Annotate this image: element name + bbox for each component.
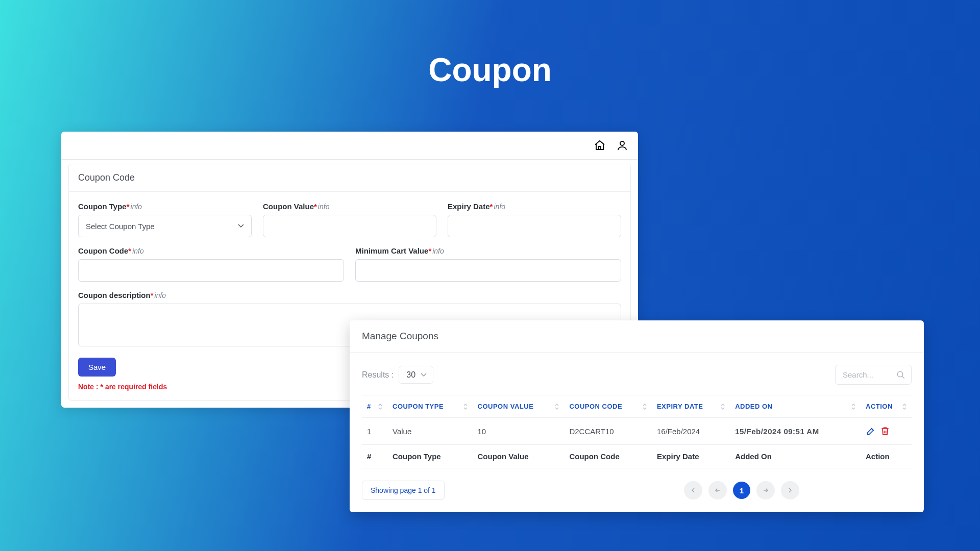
page-indicator: Showing page 1 of 1 bbox=[362, 481, 445, 500]
manage-coupons-window: Manage Coupons Results : 30 # bbox=[350, 320, 924, 512]
save-button[interactable]: Save bbox=[78, 358, 116, 377]
page-heading: Coupon bbox=[0, 0, 980, 89]
expiry-date-label: Expiry Date*info bbox=[448, 202, 621, 211]
svg-point-0 bbox=[620, 141, 624, 145]
pager: 1 bbox=[684, 481, 799, 499]
cell-expiry: 16/Feb/2024 bbox=[652, 418, 730, 445]
cell-value: 10 bbox=[473, 418, 565, 445]
delete-icon[interactable] bbox=[880, 426, 890, 436]
coupon-type-label: Coupon Type*info bbox=[78, 202, 252, 211]
sort-icon bbox=[720, 403, 726, 410]
results-select[interactable]: 30 bbox=[399, 366, 433, 384]
expiry-date-input[interactable] bbox=[448, 215, 621, 237]
coupon-code-label: Coupon Code*info bbox=[78, 246, 344, 255]
min-cart-input[interactable] bbox=[355, 259, 621, 282]
sort-icon bbox=[462, 403, 469, 410]
col-expiry[interactable]: EXPIRY DATE bbox=[652, 395, 730, 418]
user-icon[interactable] bbox=[616, 139, 629, 152]
svg-point-1 bbox=[897, 371, 903, 377]
topbar bbox=[61, 132, 638, 160]
pager-last-button[interactable] bbox=[781, 481, 799, 499]
table-footer-row: # Coupon Type Coupon Value Coupon Code E… bbox=[362, 445, 912, 468]
pager-first-button[interactable] bbox=[684, 481, 702, 499]
coupons-table: # COUPON TYPE COUPON VALUE COUPON CODE E… bbox=[362, 395, 912, 468]
col-code[interactable]: COUPON CODE bbox=[564, 395, 652, 418]
coupon-type-select[interactable]: Select Coupon Type bbox=[78, 215, 252, 237]
col-added[interactable]: ADDED ON bbox=[730, 395, 861, 418]
cell-added: 15/Feb/2024 09:51 AM bbox=[730, 418, 861, 445]
cell-action bbox=[861, 418, 912, 445]
table-row: 1 Value 10 D2CCART10 16/Feb/2024 15/Feb/… bbox=[362, 418, 912, 445]
manage-coupons-title: Manage Coupons bbox=[350, 320, 924, 353]
coupon-value-label: Coupon Value*info bbox=[263, 202, 436, 211]
form-card-title: Coupon Code bbox=[69, 164, 630, 192]
description-label: Coupon description*info bbox=[78, 291, 621, 299]
coupon-value-input[interactable] bbox=[263, 215, 436, 237]
cell-idx: 1 bbox=[362, 418, 387, 445]
sort-icon bbox=[554, 403, 560, 410]
pager-prev-button[interactable] bbox=[708, 481, 727, 499]
edit-icon[interactable] bbox=[866, 426, 876, 436]
sort-icon bbox=[642, 403, 648, 410]
col-idx[interactable]: # bbox=[362, 395, 387, 418]
pager-next-button[interactable] bbox=[756, 481, 775, 499]
coupon-code-input[interactable] bbox=[78, 259, 344, 282]
cell-code: D2CCART10 bbox=[564, 418, 652, 445]
sort-icon bbox=[901, 403, 908, 410]
search-icon bbox=[896, 370, 905, 380]
pager-page-1[interactable]: 1 bbox=[733, 482, 750, 499]
col-action[interactable]: ACTION bbox=[861, 395, 912, 418]
min-cart-label: Minimum Cart Value*info bbox=[355, 246, 621, 255]
sort-icon bbox=[377, 403, 383, 410]
sort-icon bbox=[850, 403, 856, 410]
col-type[interactable]: COUPON TYPE bbox=[387, 395, 473, 418]
home-icon[interactable] bbox=[593, 139, 606, 152]
col-value[interactable]: COUPON VALUE bbox=[473, 395, 565, 418]
results-label: Results : bbox=[362, 370, 394, 380]
cell-type: Value bbox=[387, 418, 473, 445]
